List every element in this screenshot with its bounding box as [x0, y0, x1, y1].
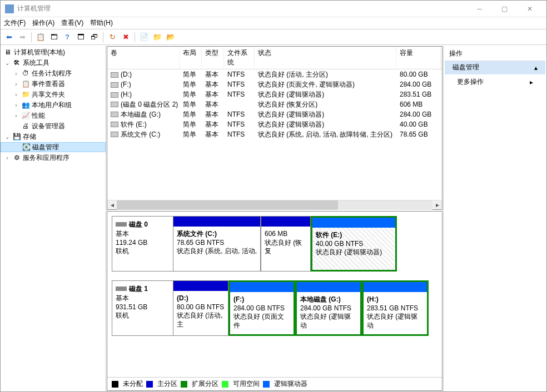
scroll-thumb[interactable] [117, 200, 338, 210]
actions-pane: 操作 磁盘管理 ▴ 更多操作 ▸ [444, 46, 546, 391]
tree-root[interactable]: 🖥 计算机管理(本地) [1, 47, 106, 57]
menu-help[interactable]: 帮助(H) [90, 18, 113, 28]
device-icon: 🖨 [21, 122, 30, 130]
volume-list-header: 卷 布局 类型 文件系统 状态 容量 [107, 47, 442, 69]
tb-icon-2[interactable]: 🗔 [48, 31, 60, 43]
expander-icon[interactable]: › [13, 92, 19, 98]
expander-icon[interactable]: › [13, 113, 19, 119]
tree-shared-folders[interactable]: › 📁 共享文件夹 [1, 89, 106, 99]
volume-row[interactable]: (H:)简单基本NTFS状态良好 (逻辑驱动器)283.51 GB [107, 89, 442, 99]
back-button[interactable]: ⬅ [3, 31, 15, 43]
tb-icon-1[interactable]: 📋 [34, 31, 47, 43]
partition[interactable]: 软件 (E:)40.00 GB NTFS状态良好 (逻辑驱动器) [311, 216, 397, 272]
close-button[interactable]: ✕ [517, 1, 542, 17]
horizontal-scrollbar[interactable]: ◂ ▸ [107, 200, 442, 209]
col-status[interactable]: 状态 [255, 47, 396, 69]
users-icon: 👥 [21, 100, 30, 109]
disk-info[interactable]: 磁盘 1基本931.51 GB联机 [112, 280, 173, 336]
expander-icon[interactable]: › [13, 102, 19, 108]
tree-device-manager[interactable]: 🖨 设备管理器 [1, 121, 106, 131]
partition-header [173, 217, 260, 227]
volume-row[interactable]: (D:)简单基本NTFS状态良好 (活动, 主分区)80.00 GB [107, 69, 442, 79]
tree-event-viewer[interactable]: › 📋 事件查看器 [1, 79, 106, 89]
partition-header [230, 282, 294, 292]
partition-body: (D:)80.00 GB NTFS状态良好 (活动, 主 [173, 291, 228, 335]
tb-help-icon[interactable]: ? [61, 31, 73, 43]
volume-row[interactable]: 软件 (E:)简单基本NTFS状态良好 (逻辑驱动器)40.00 GB [107, 119, 442, 129]
tb-delete-icon[interactable]: ✖ [120, 31, 132, 43]
col-capacity[interactable]: 容量 [396, 47, 441, 69]
menu-view[interactable]: 查看(V) [61, 18, 83, 28]
collapse-icon[interactable]: ▴ [534, 64, 538, 72]
drive-icon [111, 102, 118, 107]
expander-icon[interactable]: ⌄ [4, 134, 11, 140]
partition[interactable]: (H:)283.51 GB NTFS状态良好 (逻辑驱动 [362, 280, 429, 336]
drive-icon [111, 82, 118, 88]
col-layout[interactable]: 布局 [180, 47, 202, 69]
partition-body: 系统文件 (C:)78.65 GB NTFS状态良好 (系统, 启动, 活动, [173, 227, 260, 271]
tree-performance[interactable]: › 📈 性能 [1, 110, 106, 120]
tb-refresh-icon[interactable]: ↻ [106, 31, 118, 43]
window-title: 计算机管理 [17, 4, 467, 13]
tree-services[interactable]: › ⚙ 服务和应用程序 [1, 153, 106, 163]
expander-icon[interactable]: › [13, 71, 19, 77]
disk-row: 磁盘 0基本119.24 GB联机系统文件 (C:)78.65 GB NTFS状… [112, 216, 437, 272]
perf-icon: 📈 [21, 111, 30, 120]
drive-icon [111, 122, 118, 127]
partition[interactable]: (F:)284.00 GB NTFS状态良好 (页面文件 [228, 280, 295, 336]
actions-more[interactable]: 更多操作 ▸ [445, 74, 545, 89]
tb-icon-4[interactable]: 🗗 [88, 31, 100, 43]
maximize-button[interactable]: ▢ [492, 1, 517, 17]
tb-icon-6[interactable]: 📁 [151, 31, 163, 43]
navigation-tree[interactable]: 🖥 计算机管理(本地) ⌄ 🛠 系统工具 › ⏱ 任务计划程序 › 📋 事件查看… [1, 46, 106, 391]
services-icon: ⚙ [12, 153, 21, 162]
partition[interactable]: (D:)80.00 GB NTFS状态良好 (活动, 主 [173, 280, 228, 336]
tree-system-tools[interactable]: ⌄ 🛠 系统工具 [1, 58, 106, 68]
disk-info[interactable]: 磁盘 0基本119.24 GB联机 [112, 216, 173, 272]
window-titlebar: 计算机管理 ─ ▢ ✕ [1, 1, 546, 17]
col-type[interactable]: 类型 [202, 47, 224, 69]
partition[interactable]: 本地磁盘 (G:)284.00 GB NTFS状态良好 (逻辑驱动 [295, 280, 362, 336]
drive-icon [111, 72, 118, 78]
tb-icon-5[interactable]: 📄 [138, 31, 150, 43]
disk-hw-icon [116, 287, 127, 291]
partition-header [312, 218, 395, 228]
tree-storage[interactable]: ⌄ 💾 存储 [1, 132, 106, 142]
forward-button[interactable]: ➡ [16, 31, 28, 43]
expander-icon[interactable]: › [13, 81, 19, 87]
tools-icon: 🛠 [12, 58, 21, 67]
tree-local-users[interactable]: › 👥 本地用户和组 [1, 100, 106, 110]
actions-section[interactable]: 磁盘管理 ▴ [445, 61, 545, 74]
expander-icon[interactable]: ⌄ [4, 60, 11, 66]
shared-icon: 📁 [21, 90, 30, 99]
disk-graphic-area[interactable]: 磁盘 0基本119.24 GB联机系统文件 (C:)78.65 GB NTFS状… [107, 211, 442, 391]
partition[interactable]: 系统文件 (C:)78.65 GB NTFS状态良好 (系统, 启动, 活动, [173, 216, 261, 272]
minimize-button[interactable]: ─ [467, 1, 492, 17]
disk-icon: 💽 [22, 143, 31, 152]
expander-icon[interactable]: › [4, 155, 11, 161]
col-volume[interactable]: 卷 [107, 47, 180, 69]
volume-row[interactable]: 系统文件 (C:)简单基本NTFS状态良好 (系统, 启动, 活动, 故障转储,… [107, 129, 442, 139]
scroll-left-icon[interactable]: ◂ [107, 200, 117, 210]
actions-header: 操作 [445, 47, 545, 61]
scroll-right-icon[interactable]: ▸ [432, 200, 442, 210]
partition-body: (F:)284.00 GB NTFS状态良好 (页面文件 [230, 292, 294, 334]
tree-task-scheduler[interactable]: › ⏱ 任务计划程序 [1, 68, 106, 78]
tb-icon-3[interactable]: 🗖 [74, 31, 87, 43]
volume-row[interactable]: (磁盘 0 磁盘分区 2)简单基本状态良好 (恢复分区)606 MB [107, 99, 442, 109]
menu-action[interactable]: 操作(A) [32, 18, 54, 28]
tb-icon-7[interactable]: 📂 [165, 31, 177, 43]
partition[interactable]: 606 MB状态良好 (恢复 [261, 216, 311, 272]
volume-row[interactable]: 本地磁盘 (G:)简单基本NTFS状态良好 (逻辑驱动器)284.00 GB [107, 109, 442, 119]
volume-row[interactable]: (F:)简单基本NTFS状态良好 (页面文件, 逻辑驱动器)284.00 GB [107, 79, 442, 89]
menu-file[interactable]: 文件(F) [4, 18, 26, 28]
col-filesystem[interactable]: 文件系统 [224, 47, 255, 69]
legend: 未分配 主分区 扩展分区 可用空间 逻辑驱动器 [107, 377, 442, 390]
partition-header [173, 281, 228, 291]
partition-body: 本地磁盘 (G:)284.00 GB NTFS状态良好 (逻辑驱动 [297, 292, 360, 334]
event-icon: 📋 [21, 79, 30, 88]
volume-list[interactable]: 卷 布局 类型 文件系统 状态 容量 (D:)简单基本NTFS状态良好 (活动,… [107, 46, 442, 210]
tree-disk-management[interactable]: 💽 磁盘管理 [1, 142, 106, 152]
drive-icon [111, 112, 118, 117]
scheduler-icon: ⏱ [21, 69, 30, 78]
